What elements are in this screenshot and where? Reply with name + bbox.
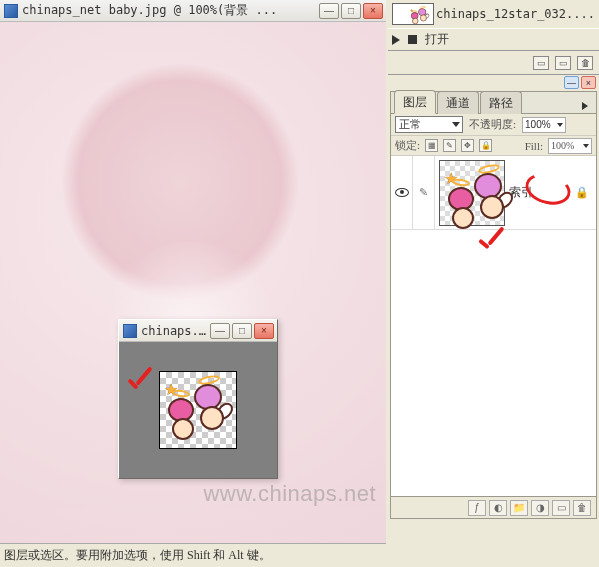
tab-paths[interactable]: 路径 <box>480 91 522 114</box>
angel-artwork: ★ <box>162 374 234 446</box>
opacity-input[interactable]: 100% <box>522 117 566 133</box>
layer-thumbnail[interactable]: ★ <box>439 160 505 226</box>
opacity-value: 100% <box>525 119 551 130</box>
history-panel-footer: ▭ ▭ 🗑 <box>388 51 599 75</box>
app-icon <box>4 4 18 18</box>
history-new-button[interactable]: ▭ <box>555 56 571 70</box>
minimize-button[interactable]: — <box>210 323 230 339</box>
close-button[interactable]: × <box>254 323 274 339</box>
tab-channels[interactable]: 通道 <box>437 91 479 114</box>
sub-titlebar[interactable]: chinaps... — □ × <box>119 320 277 342</box>
layer-mask-button[interactable]: ◐ <box>489 500 507 516</box>
history-action-label[interactable]: 打开 <box>425 31 449 48</box>
lock-all-button[interactable]: 🔒 <box>479 139 492 152</box>
adjustment-layer-button[interactable]: ◑ <box>531 500 549 516</box>
fill-input[interactable]: 100% <box>548 138 592 154</box>
history-snapshot-button[interactable]: ▭ <box>533 56 549 70</box>
chevron-down-icon <box>452 122 460 127</box>
annotation-checkmark-icon <box>127 370 157 398</box>
right-panel-area: ★ chinaps_12star_032.... 打开 ▭ ▭ 🗑 — × 图层… <box>388 0 599 567</box>
chevron-down-icon <box>583 144 589 148</box>
document-thumbnail[interactable]: ★ <box>392 3 434 25</box>
new-layer-button[interactable]: ▭ <box>552 500 570 516</box>
history-action-row: 打开 <box>388 28 599 51</box>
panel-close-button[interactable]: × <box>581 76 596 89</box>
layer-style-button[interactable]: ƒ <box>468 500 486 516</box>
blend-mode-select[interactable]: 正常 <box>395 116 463 133</box>
annotation-checkmark-icon <box>478 232 510 260</box>
angel-artwork: ★ <box>442 163 502 223</box>
minimize-button[interactable]: — <box>319 3 339 19</box>
maximize-button[interactable]: □ <box>232 323 252 339</box>
fill-label: Fill: <box>525 140 543 152</box>
opacity-label: 不透明度: <box>469 117 516 132</box>
lock-label: 锁定: <box>395 138 420 153</box>
eye-icon <box>395 188 409 197</box>
lock-paint-button[interactable]: ✎ <box>443 139 456 152</box>
panel-tabs: 图层 通道 路径 <box>391 92 596 114</box>
new-group-button[interactable]: 📁 <box>510 500 528 516</box>
app-icon <box>123 324 137 338</box>
maximize-button[interactable]: □ <box>341 3 361 19</box>
fill-value: 100% <box>551 140 574 151</box>
document-tab-strip: ★ chinaps_12star_032.... <box>388 0 599 28</box>
panel-minimize-button[interactable]: — <box>564 76 579 89</box>
history-delete-button[interactable]: 🗑 <box>577 56 593 70</box>
status-bar: 图层或选区。要用附加选项，使用 Shift 和 Alt 键。 <box>0 543 386 567</box>
main-document-window: chinaps_net baby.jpg @ 100%(背景 ... — □ ×… <box>0 0 386 567</box>
sub-document-window[interactable]: chinaps... — □ × ★ <box>118 319 278 479</box>
sub-canvas[interactable]: ★ <box>119 342 277 478</box>
layers-panel-window-controls: — × <box>388 75 599 91</box>
layer-visibility-toggle[interactable] <box>391 156 413 229</box>
brush-icon: ✎ <box>419 186 428 199</box>
layer-options-row: 正常 不透明度: 100% <box>391 114 596 136</box>
panel-menu-button[interactable] <box>578 99 592 113</box>
status-text: 图层或选区。要用附加选项，使用 Shift 和 Alt 键。 <box>4 547 271 564</box>
main-canvas[interactable]: www.chinaps.net chinaps... — □ × ★ <box>0 22 386 567</box>
blend-mode-value: 正常 <box>399 117 421 132</box>
lock-position-button[interactable]: ✥ <box>461 139 474 152</box>
layer-list[interactable]: ✎ ★ 索引 🔒 <box>391 156 596 496</box>
layer-lock-row: 锁定: ▦ ✎ ✥ 🔒 Fill: 100% <box>391 136 596 156</box>
document-tab-name[interactable]: chinaps_12star_032.... <box>436 7 595 21</box>
layers-panel-footer: ƒ ◐ 📁 ◑ ▭ 🗑 <box>391 496 596 518</box>
watermark-text: www.chinaps.net <box>203 481 376 507</box>
stop-icon[interactable] <box>408 35 417 44</box>
layer-locked-icon: 🔒 <box>574 185 590 201</box>
layer-link-cell[interactable]: ✎ <box>413 156 435 229</box>
sub-image-content[interactable]: ★ <box>159 371 237 449</box>
delete-layer-button[interactable]: 🗑 <box>573 500 591 516</box>
tab-layers[interactable]: 图层 <box>394 90 436 114</box>
main-titlebar[interactable]: chinaps_net baby.jpg @ 100%(背景 ... — □ × <box>0 0 386 22</box>
main-window-title: chinaps_net baby.jpg @ 100%(背景 ... <box>22 2 317 19</box>
layers-panel: 图层 通道 路径 正常 不透明度: 100% 锁定: ▦ ✎ ✥ 🔒 Fill: <box>390 91 597 519</box>
close-button[interactable]: × <box>363 3 383 19</box>
sub-window-title: chinaps... <box>141 324 208 338</box>
play-icon[interactable] <box>392 35 400 45</box>
chevron-down-icon <box>557 123 563 127</box>
lock-transparency-button[interactable]: ▦ <box>425 139 438 152</box>
